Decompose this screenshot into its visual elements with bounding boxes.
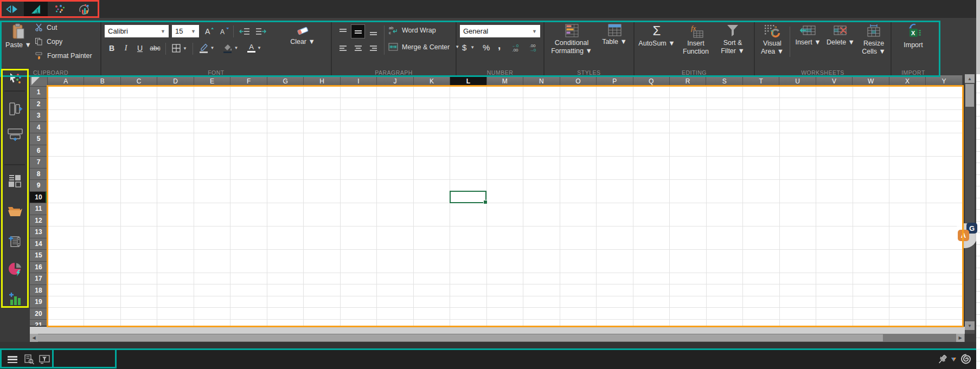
- tab-molecule[interactable]: [48, 0, 72, 18]
- autosum-button[interactable]: Σ AutoSum ▼: [638, 24, 676, 48]
- add-pane-right-icon[interactable]: [8, 101, 22, 116]
- currency-button[interactable]: $ ▼: [462, 43, 475, 52]
- font-size-combobox[interactable]: 15▼: [172, 25, 199, 37]
- column-header-V[interactable]: V: [816, 75, 853, 87]
- scroll-right-arrow[interactable]: ▶: [956, 334, 964, 342]
- column-header-T[interactable]: T: [743, 75, 779, 87]
- pointer-dots-icon[interactable]: [8, 72, 22, 85]
- borders-button[interactable]: ▼: [169, 42, 190, 55]
- add-pane-bottom-icon[interactable]: [7, 127, 23, 141]
- column-header-Y[interactable]: Y: [926, 75, 962, 87]
- align-right-button[interactable]: [367, 42, 380, 55]
- paste-button[interactable]: Paste ▼: [5, 23, 31, 49]
- layout-blocks-icon[interactable]: [8, 174, 23, 188]
- column-header-A[interactable]: A: [48, 75, 84, 87]
- row-header-6[interactable]: 6: [30, 145, 48, 157]
- tab-chart-refresh[interactable]: [72, 0, 95, 18]
- pie-flash-icon[interactable]: [8, 262, 23, 277]
- add-form-icon[interactable]: [8, 234, 23, 249]
- align-center-button[interactable]: [351, 42, 364, 55]
- row-header-14[interactable]: 14: [30, 238, 48, 250]
- clear-button[interactable]: Clear ▼: [287, 24, 318, 46]
- row-header-2[interactable]: 2: [30, 99, 48, 111]
- column-header-G[interactable]: G: [267, 75, 304, 87]
- row-header-10[interactable]: 10: [30, 192, 48, 204]
- column-header-R[interactable]: R: [670, 75, 706, 87]
- open-folder-icon[interactable]: [7, 204, 23, 217]
- select-all-corner[interactable]: [30, 75, 48, 87]
- column-header-Q[interactable]: Q: [633, 75, 670, 87]
- scroll-up-arrow[interactable]: ▲: [965, 74, 975, 83]
- insert-cells-button[interactable]: Insert ▼: [793, 24, 823, 47]
- align-middle-button[interactable]: [351, 25, 364, 38]
- row-header-12[interactable]: 12: [30, 215, 48, 227]
- align-bottom-button[interactable]: [367, 25, 380, 38]
- column-header-H[interactable]: H: [304, 75, 340, 87]
- delete-cells-button[interactable]: Delete ▼: [825, 24, 856, 47]
- row-header-4[interactable]: 4: [30, 122, 48, 134]
- row-header-5[interactable]: 5: [30, 133, 48, 145]
- bold-button[interactable]: B: [106, 42, 118, 55]
- word-wrap-button[interactable]: abc Word Wrap: [388, 25, 436, 35]
- fill-handle[interactable]: [483, 200, 488, 204]
- column-header-L[interactable]: L: [450, 75, 486, 87]
- row-header-8[interactable]: 8: [30, 169, 48, 180]
- merge-center-button[interactable]: Merge & Center ▼: [388, 43, 459, 51]
- selected-cell-L10[interactable]: [450, 191, 487, 203]
- scroll-left-arrow[interactable]: ◀: [30, 334, 38, 342]
- font-name-combobox[interactable]: Calibri▼: [105, 25, 169, 37]
- column-header-I[interactable]: I: [341, 75, 377, 87]
- row-header-11[interactable]: 11: [30, 203, 48, 215]
- column-header-C[interactable]: C: [121, 75, 157, 87]
- vertical-scroll-thumb[interactable]: [965, 84, 974, 107]
- vertical-scrollbar[interactable]: ▲ ▼: [965, 74, 975, 334]
- import-button[interactable]: X Import: [896, 23, 931, 49]
- row-header-15[interactable]: 15: [30, 250, 48, 262]
- row-header-21[interactable]: 21: [30, 320, 48, 326]
- grow-font-button[interactable]: A: [202, 24, 216, 38]
- column-header-U[interactable]: U: [779, 75, 816, 87]
- conditional-formatting-button[interactable]: Conditional Formatting ▼: [548, 24, 595, 55]
- increase-decimal-button[interactable]: ←0.00: [508, 42, 523, 55]
- column-header-W[interactable]: W: [853, 75, 889, 87]
- underline-button[interactable]: U: [134, 42, 146, 55]
- column-header-O[interactable]: O: [560, 75, 597, 87]
- decrease-decimal-button[interactable]: .00→0: [525, 42, 540, 55]
- pin-button[interactable]: [936, 354, 948, 366]
- table-button[interactable]: Table ▼: [599, 24, 630, 46]
- row-header-3[interactable]: 3: [30, 110, 48, 122]
- column-header-S[interactable]: S: [706, 75, 742, 87]
- resize-cells-button[interactable]: Resize Cells ▼: [858, 24, 889, 56]
- fill-color-button[interactable]: ▼: [220, 41, 241, 55]
- comma-button[interactable]: ,: [498, 40, 501, 51]
- brand-logo-button[interactable]: [960, 353, 972, 365]
- column-header-B[interactable]: B: [84, 75, 120, 87]
- strikethrough-button[interactable]: abc: [148, 42, 162, 55]
- column-header-D[interactable]: D: [157, 75, 194, 87]
- number-format-combobox[interactable]: General▼: [460, 25, 540, 37]
- row-header-16[interactable]: 16: [30, 262, 48, 274]
- shrink-font-button[interactable]: A: [217, 24, 232, 38]
- cut-button[interactable]: Cut: [35, 23, 57, 31]
- filter-box-button[interactable]: [39, 355, 50, 364]
- column-header-E[interactable]: E: [194, 75, 230, 87]
- column-header-P[interactable]: P: [597, 75, 633, 87]
- column-header-X[interactable]: X: [889, 75, 926, 87]
- column-header-F[interactable]: F: [230, 75, 267, 87]
- horizontal-scroll-thumb[interactable]: [38, 334, 883, 341]
- percent-button[interactable]: %: [483, 43, 490, 52]
- sort-filter-button[interactable]: Sort & Filter ▼: [716, 24, 750, 55]
- border-color-button[interactable]: ▼: [196, 41, 217, 55]
- cells-area[interactable]: [48, 87, 963, 326]
- scroll-down-arrow[interactable]: ▼: [965, 321, 975, 330]
- sheet-menu-button[interactable]: [8, 356, 17, 363]
- italic-button[interactable]: I: [120, 42, 132, 55]
- format-painter-button[interactable]: Format Painter: [35, 51, 92, 60]
- font-color-button[interactable]: A ▼: [244, 41, 265, 55]
- column-header-M[interactable]: M: [487, 75, 523, 87]
- float-badge-a[interactable]: A: [958, 230, 969, 241]
- tab-app-logo[interactable]: [0, 0, 24, 18]
- increase-indent-button[interactable]: [253, 24, 268, 38]
- row-header-18[interactable]: 18: [30, 285, 48, 297]
- row-header-13[interactable]: 13: [30, 226, 48, 238]
